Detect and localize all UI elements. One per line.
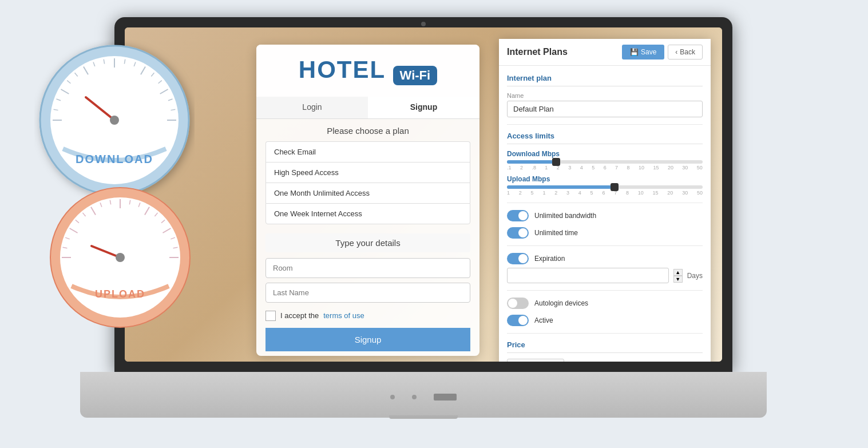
toggle-knob-4 [508, 299, 517, 308]
hotel-header: HOTEL Wi-Fi [256, 45, 479, 97]
separator-2 [507, 203, 703, 203]
download-slider-row: Download Mbps .12.8123456781015203050 [507, 150, 703, 171]
upload-label: Upload Mbps [507, 175, 703, 183]
download-slider-track[interactable] [507, 160, 703, 164]
terms-text: I accept the [280, 311, 319, 320]
expiration-row: Expiration [507, 253, 703, 264]
spin-buttons: ▲ ▼ [673, 269, 683, 283]
expiration-toggle[interactable] [507, 253, 529, 264]
back-label: Back [680, 48, 695, 56]
unlimited-time-label: Unlimited time [534, 229, 578, 237]
lastname-input[interactable] [265, 283, 470, 303]
upload-slider-thumb[interactable] [611, 183, 619, 191]
price-input[interactable] [507, 359, 564, 362]
spin-down-button[interactable]: ▼ [673, 276, 683, 283]
upload-speedometer: UPLOAD [46, 183, 195, 332]
save-icon: 💾 [630, 48, 639, 56]
details-title: Type your details [265, 233, 470, 252]
save-button[interactable]: 💾 Save [622, 45, 664, 60]
toggle-knob-3 [518, 254, 528, 263]
laptop-notch [389, 415, 458, 419]
save-label: Save [641, 48, 656, 56]
separator-5 [507, 333, 703, 334]
spin-up-button[interactable]: ▲ [673, 269, 683, 276]
plan-item-check-email[interactable]: Check Email [265, 141, 470, 162]
svg-point-22 [110, 116, 119, 125]
unlimited-time-toggle[interactable] [507, 227, 529, 239]
active-toggle[interactable] [507, 315, 529, 326]
expiration-input-row: ▲ ▼ Days [507, 268, 703, 283]
tab-signup[interactable]: Signup [368, 97, 479, 118]
access-limits-label: Access limits [507, 132, 703, 144]
plan-item-one-week[interactable]: One Week Internet Access [265, 203, 470, 224]
details-section: Type your details I accept the terms of … [256, 229, 479, 356]
active-label: Active [534, 316, 553, 324]
room-input[interactable] [265, 258, 470, 278]
plans-panel-header: Internet Plans 💾 Save ‹ Back [499, 39, 711, 66]
download-slider-thumb[interactable] [552, 158, 560, 166]
toggle-knob-2 [518, 228, 528, 237]
expiration-input[interactable] [507, 268, 669, 283]
unlimited-time-row: Unlimited time [507, 227, 703, 239]
download-slider-fill [507, 160, 556, 164]
separator-1 [507, 124, 703, 125]
autologin-row: Autologin devices [507, 298, 703, 309]
active-row: Active [507, 315, 703, 326]
svg-point-46 [116, 253, 125, 262]
unlimited-bandwidth-row: Unlimited bandwidth [507, 210, 703, 221]
hotel-tabs: Login Signup [256, 97, 479, 119]
plan-section-title: Please choose a plan [265, 126, 470, 136]
autologin-toggle[interactable] [507, 298, 529, 309]
back-button[interactable]: ‹ Back [668, 45, 703, 60]
download-slider-marks: .12.8123456781015203050 [507, 165, 703, 171]
price-section-label: Price [507, 340, 703, 353]
plan-item-high-speed[interactable]: High Speed Access [265, 162, 470, 183]
tab-login[interactable]: Login [256, 97, 368, 118]
upload-slider-marks: 125123456781015203050 [507, 190, 703, 196]
laptop-base [80, 372, 767, 418]
plans-actions: 💾 Save ‹ Back [622, 45, 703, 60]
hotel-title: HOTEL [299, 56, 386, 83]
internet-plan-section-label: Internet plan [507, 74, 703, 86]
hotel-portal-panel: HOTEL Wi-Fi Login Signup Please choose a… [256, 45, 479, 356]
expiration-label: Expiration [534, 255, 565, 263]
port-usb [434, 394, 457, 401]
port-dot-1 [390, 395, 395, 399]
name-field-label: Name [507, 92, 703, 99]
unlimited-bandwidth-toggle[interactable] [507, 210, 529, 221]
svg-text:DOWNLOAD: DOWNLOAD [76, 153, 153, 165]
upload-slider-row: Upload Mbps 125123456781015203050 [507, 175, 703, 196]
upload-slider-track[interactable] [507, 185, 703, 189]
plan-section: Please choose a plan Check Email High Sp… [256, 119, 479, 229]
signup-button[interactable]: Signup [265, 328, 470, 351]
port-dots [390, 394, 457, 401]
terms-link[interactable]: terms of use [323, 311, 364, 320]
toggle-knob-5 [518, 316, 528, 325]
internet-plans-panel: Internet Plans 💾 Save ‹ Back [499, 39, 711, 362]
webcam [421, 22, 426, 26]
download-label: Download Mbps [507, 150, 703, 158]
plans-panel-title: Internet Plans [507, 47, 568, 57]
autologin-label: Autologin devices [534, 299, 588, 307]
upload-slider-fill [507, 185, 615, 189]
plans-body: Internet plan Name Access limits Downloa… [499, 66, 711, 362]
plan-list: Check Email High Speed Access One Month … [265, 141, 470, 224]
port-dot-2 [412, 395, 417, 399]
terms-row: I accept the terms of use [265, 307, 470, 324]
separator-3 [507, 245, 703, 246]
download-speedometer: DOWNLOAD [34, 40, 195, 200]
toggle-knob [518, 211, 528, 220]
svg-text:UPLOAD: UPLOAD [95, 288, 145, 300]
separator-4 [507, 290, 703, 291]
days-label: Days [687, 272, 703, 280]
plan-name-input[interactable] [507, 101, 703, 117]
wifi-badge: Wi-Fi [393, 66, 438, 85]
terms-checkbox[interactable] [265, 311, 276, 321]
unlimited-bandwidth-label: Unlimited bandwidth [534, 212, 596, 220]
back-icon: ‹ [675, 48, 677, 56]
plan-item-one-month[interactable]: One Month Unlimited Access [265, 183, 470, 203]
